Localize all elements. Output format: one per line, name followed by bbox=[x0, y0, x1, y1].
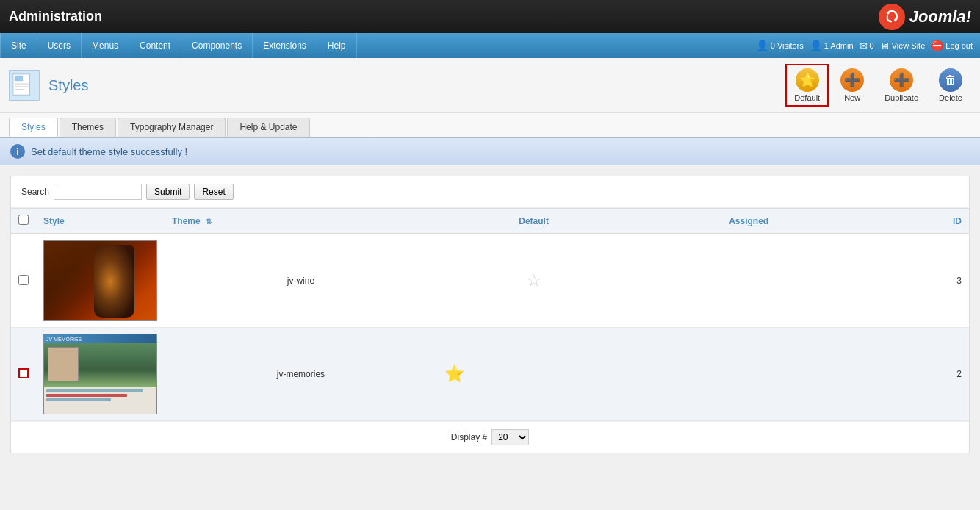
search-reset-button[interactable]: Reset bbox=[194, 184, 233, 200]
row1-id-cell: 3 bbox=[867, 234, 969, 328]
table-row: JV-MEMORIES jv-memories bbox=[11, 328, 969, 421]
search-label: Search bbox=[21, 187, 49, 197]
styles-table: Style Theme ⇅ Default Assigned ID bbox=[11, 208, 969, 421]
col-default: Default bbox=[437, 209, 631, 234]
search-submit-button[interactable]: Submit bbox=[146, 184, 190, 200]
default-button-label: Default bbox=[794, 93, 820, 102]
duplicate-button-label: Duplicate bbox=[884, 93, 918, 102]
logout-info[interactable]: ⛔ Log out bbox=[931, 40, 973, 51]
nav-item-content[interactable]: Content bbox=[129, 33, 181, 58]
joomla-text: Joomla! bbox=[909, 7, 971, 26]
row1-thumbnail-cell bbox=[36, 234, 165, 328]
delete-button-icon: 🗑 bbox=[939, 68, 962, 92]
new-button-label: New bbox=[844, 93, 860, 102]
logout-anchor[interactable]: Log out bbox=[945, 41, 973, 50]
view-site-link[interactable]: 🖥 View Site bbox=[880, 40, 926, 51]
admin-title: Administration bbox=[9, 9, 102, 24]
row1-theme-cell: jv-wine bbox=[165, 234, 437, 328]
tab-help-update[interactable]: Help & Update bbox=[227, 118, 309, 137]
row2-checkbox-cell bbox=[11, 328, 36, 421]
col-assigned-label: Assigned bbox=[729, 216, 768, 226]
admin-info: 👤 1 Admin bbox=[810, 40, 854, 51]
page-icon bbox=[9, 70, 40, 101]
logout-icon: ⛔ bbox=[931, 40, 943, 51]
thumb-mem-bar-2 bbox=[46, 394, 127, 397]
toolbar-buttons: ⭐ Default ➕ New ➕ Duplicate 🗑 Delete bbox=[785, 64, 971, 107]
row1-default-star[interactable]: ☆ bbox=[527, 271, 541, 290]
row1-checkbox[interactable] bbox=[18, 275, 29, 285]
row2-thumbnail-cell: JV-MEMORIES bbox=[36, 328, 165, 421]
nav-item-components[interactable]: Components bbox=[181, 33, 253, 58]
row1-thumbnail bbox=[43, 240, 157, 321]
row2-thumbnail: JV-MEMORIES bbox=[43, 334, 157, 414]
view-site-anchor[interactable]: View Site bbox=[892, 41, 926, 50]
nav-item-menus[interactable]: Menus bbox=[82, 33, 129, 58]
nav-right: 👤 0 Visitors 👤 1 Admin ✉ 0 🖥 View Site ⛔… bbox=[756, 40, 980, 51]
row1-id: 3 bbox=[956, 276, 962, 286]
row2-default-cell: ⭐ bbox=[437, 328, 631, 421]
col-checkbox bbox=[11, 209, 36, 234]
row2-theme: jv-memories bbox=[277, 369, 325, 379]
admin-count: 1 Admin bbox=[824, 41, 854, 50]
nav-item-extensions[interactable]: Extensions bbox=[253, 33, 317, 58]
col-id: ID bbox=[867, 209, 969, 234]
row2-id: 2 bbox=[956, 369, 962, 379]
col-id-label: ID bbox=[953, 216, 962, 226]
main-content: Search Submit Reset Style Theme ⇅ bbox=[0, 165, 980, 464]
search-bar: Search Submit Reset bbox=[11, 176, 969, 208]
thumb-mem-top bbox=[44, 343, 156, 387]
messages-count: 0 bbox=[870, 41, 874, 50]
admin-icon: 👤 bbox=[810, 40, 822, 51]
thumb-mem-bar-1 bbox=[46, 389, 143, 392]
row2-selected-indicator[interactable] bbox=[18, 368, 29, 378]
col-assigned: Assigned bbox=[630, 209, 867, 234]
row2-id-cell: 2 bbox=[867, 328, 969, 421]
row2-default-star[interactable]: ⭐ bbox=[444, 364, 465, 384]
display-select[interactable]: 20 5 10 15 25 30 50 100 All bbox=[491, 429, 529, 445]
tab-typography[interactable]: Typography Manager bbox=[118, 118, 226, 137]
row1-checkbox-cell bbox=[11, 234, 36, 328]
table-footer: Display # 20 5 10 15 25 30 50 100 All bbox=[11, 421, 969, 453]
default-button[interactable]: ⭐ Default bbox=[785, 64, 829, 107]
sub-tabs: Styles Themes Typography Manager Help & … bbox=[0, 113, 980, 137]
nav-item-users[interactable]: Users bbox=[37, 33, 82, 58]
nav-bar: Site Users Menus Content Components Exte… bbox=[0, 33, 980, 58]
svg-rect-1 bbox=[15, 76, 23, 82]
joomla-logo: Joomla! bbox=[879, 4, 971, 30]
col-style-label: Style bbox=[43, 216, 65, 226]
col-theme: Theme ⇅ bbox=[165, 209, 437, 234]
page-title-area: Styles bbox=[9, 70, 88, 101]
messages-info: ✉ 0 bbox=[860, 40, 874, 51]
duplicate-button[interactable]: ➕ Duplicate bbox=[876, 64, 927, 107]
filter-icon[interactable]: ⇅ bbox=[206, 218, 212, 226]
delete-button[interactable]: 🗑 Delete bbox=[930, 64, 971, 107]
top-header: Administration Joomla! bbox=[0, 0, 980, 33]
col-default-label: Default bbox=[519, 216, 549, 226]
row1-theme: jv-wine bbox=[287, 276, 314, 286]
nav-items: Site Users Menus Content Components Exte… bbox=[0, 33, 357, 58]
nav-item-site[interactable]: Site bbox=[0, 33, 37, 58]
search-input[interactable] bbox=[54, 184, 142, 200]
table-row: jv-wine ☆ 3 bbox=[11, 234, 969, 328]
thumb-mem-bottom bbox=[44, 387, 156, 414]
row1-default-cell: ☆ bbox=[437, 234, 631, 328]
nav-item-help[interactable]: Help bbox=[317, 33, 357, 58]
default-button-icon: ⭐ bbox=[796, 68, 819, 92]
monitor-icon: 🖥 bbox=[880, 40, 890, 51]
tab-styles[interactable]: Styles bbox=[9, 118, 58, 137]
info-message: i Set default theme style successfully ! bbox=[0, 137, 980, 165]
visitors-info: 👤 0 Visitors bbox=[756, 40, 804, 51]
toolbar-section: Styles ⭐ Default ➕ New ➕ Duplicate 🗑 Del… bbox=[0, 58, 980, 113]
delete-button-label: Delete bbox=[939, 93, 962, 102]
col-style: Style bbox=[36, 209, 165, 234]
info-icon: i bbox=[10, 144, 25, 159]
joomla-icon bbox=[879, 4, 905, 30]
page-title: Styles bbox=[48, 77, 88, 94]
display-label: Display # bbox=[451, 432, 487, 442]
new-button-icon: ➕ bbox=[840, 68, 864, 92]
select-all-checkbox[interactable] bbox=[18, 215, 29, 225]
tab-themes[interactable]: Themes bbox=[60, 118, 116, 137]
new-button[interactable]: ➕ New bbox=[832, 64, 873, 107]
table-header-row: Style Theme ⇅ Default Assigned ID bbox=[11, 209, 969, 234]
messages-icon: ✉ bbox=[860, 40, 868, 51]
